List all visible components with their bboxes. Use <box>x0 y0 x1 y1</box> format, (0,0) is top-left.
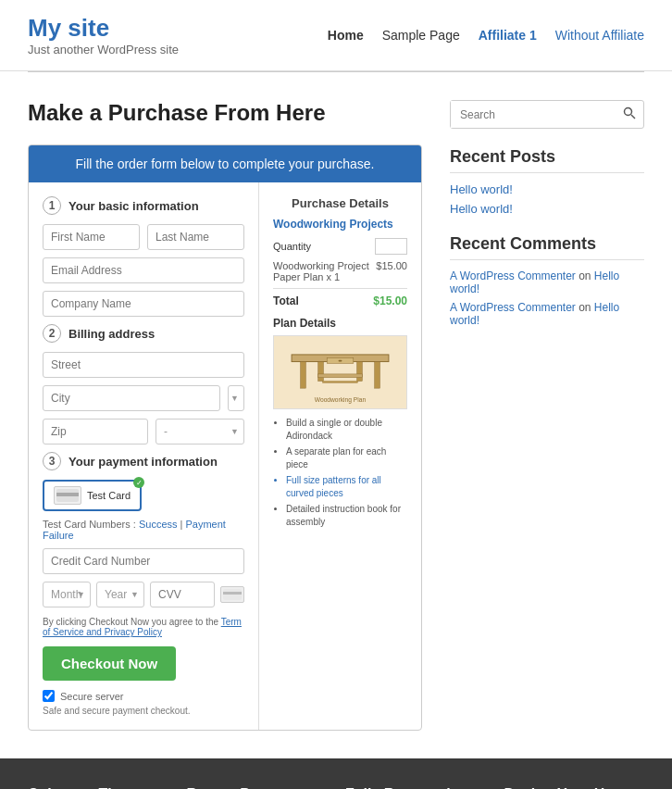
svg-point-15 <box>625 108 632 116</box>
svg-rect-9 <box>357 362 363 382</box>
svg-rect-6 <box>301 362 306 389</box>
zip-input[interactable] <box>43 419 148 445</box>
section1-header: 1 Your basic information <box>43 196 244 215</box>
plan-title: Plan Details <box>273 317 407 330</box>
recent-post-2[interactable]: Hello world! <box>450 202 644 216</box>
site-title: My site <box>28 14 179 43</box>
last-name-input[interactable] <box>147 224 244 250</box>
feature-2: A separate plan for each piece <box>286 445 407 471</box>
credit-card-input[interactable] <box>43 548 244 574</box>
recent-comments-section: Recent Comments A WordPress Commenter on… <box>450 234 644 327</box>
nav-without-affiliate[interactable]: Without Affiliate <box>555 28 644 43</box>
purchase-form-container: Fill the order form below to complete yo… <box>28 144 422 731</box>
city-country-row: Country <box>43 385 244 411</box>
svg-rect-7 <box>375 362 380 389</box>
name-row <box>43 224 244 250</box>
product-desc: Woodworking Project Paper Plan x 1 <box>273 260 376 282</box>
first-name-input[interactable] <box>43 224 140 250</box>
svg-rect-12 <box>339 360 342 362</box>
total-label: Total <box>273 294 299 307</box>
comment-2: A WordPress Commenter on Hello world! <box>450 301 644 327</box>
footer: Colorway Theme Footer is widgetized. To … <box>0 758 672 789</box>
footer-widgets: Colorway Theme Footer is widgetized. To … <box>0 758 672 789</box>
product-name: Woodworking Projects <box>273 218 407 231</box>
svg-text:Woodworking Plan: Woodworking Plan <box>315 397 367 405</box>
site-branding: My site Just another WordPress site <box>28 14 179 56</box>
recent-posts-section: Recent Posts Hello world! Hello world! <box>450 147 644 216</box>
product-price: $15.00 <box>376 260 407 282</box>
plan-image: Woodworking Plan <box>273 335 407 409</box>
section1-num: 1 <box>43 196 61 215</box>
country-select[interactable]: Country <box>228 385 244 411</box>
plan-features: Build a single or double Adirondack A se… <box>273 417 407 529</box>
search-button[interactable] <box>616 101 643 128</box>
quantity-row: Quantity 1 <box>273 238 407 255</box>
feature-4: Detailed instruction book for assembly <box>286 503 407 529</box>
form-right: Purchase Details Woodworking Projects Qu… <box>259 182 421 730</box>
site-tagline: Just another WordPress site <box>28 43 179 56</box>
section2-label: Billing address <box>68 327 155 341</box>
cvv-input[interactable] <box>150 582 215 607</box>
dash-wrapper: - <box>156 419 244 445</box>
city-input[interactable] <box>43 385 220 411</box>
month-select[interactable]: Month <box>43 582 91 607</box>
site-header: My site Just another WordPress site Home… <box>0 0 672 72</box>
recent-posts-title: Recent Posts <box>450 147 644 173</box>
form-body: 1 Your basic information 2 Billing addre… <box>29 182 421 730</box>
qty-label: Quantity <box>273 241 311 252</box>
test-card-widget[interactable]: Test Card ✓ <box>43 480 142 511</box>
content-area: Make a Purchase From Here Fill the order… <box>28 100 422 731</box>
nav-affiliate1[interactable]: Affiliate 1 <box>479 28 537 43</box>
dash-select[interactable]: - <box>156 419 244 445</box>
search-box <box>450 100 644 129</box>
secure-row: Secure server <box>43 690 244 702</box>
comment-author-2[interactable]: A WordPress Commenter <box>450 301 576 314</box>
test-card-links: Test Card Numbers : Success | Payment Fa… <box>43 519 244 541</box>
feature-1: Build a single or double Adirondack <box>286 417 407 443</box>
nav-sample-page[interactable]: Sample Page <box>382 28 460 43</box>
comment-author-1[interactable]: A WordPress Commenter <box>450 269 576 282</box>
recent-comments-title: Recent Comments <box>450 234 644 260</box>
year-select[interactable]: Year <box>96 582 144 607</box>
search-input[interactable] <box>451 101 616 128</box>
company-input[interactable] <box>43 291 244 317</box>
year-wrapper: Year <box>96 582 144 607</box>
section2-header: 2 Billing address <box>43 324 244 343</box>
success-link[interactable]: Success <box>139 519 178 530</box>
total-row: Total $15.00 <box>273 294 407 307</box>
test-card-label: Test Card <box>87 490 131 501</box>
feature-3: Full size patterns for all curved pieces <box>286 474 407 500</box>
form-left: 1 Your basic information 2 Billing addre… <box>29 182 259 730</box>
section2-num: 2 <box>43 324 61 343</box>
check-badge: ✓ <box>133 477 144 488</box>
page-title: Make a Purchase From Here <box>28 100 422 126</box>
section3-label: Your payment information <box>68 455 218 469</box>
cvv-row: Month Year <box>43 582 244 607</box>
recent-post-1[interactable]: Hello world! <box>450 182 644 196</box>
svg-line-16 <box>631 115 635 119</box>
terms-text: By clicking Checkout Now you agree to th… <box>43 617 244 637</box>
price-row: Woodworking Project Paper Plan x 1 $15.0… <box>273 260 407 289</box>
search-icon <box>623 106 636 119</box>
checkout-button[interactable]: Checkout Now <box>43 646 176 681</box>
section3-num: 3 <box>43 452 61 470</box>
section3-header: 3 Your payment information <box>43 452 244 470</box>
secure-label: Secure server <box>60 691 123 702</box>
zip-row: - <box>43 419 244 445</box>
section1-label: Your basic information <box>68 199 199 213</box>
card-icon <box>54 486 81 505</box>
secure-subtext: Safe and secure payment checkout. <box>43 706 244 716</box>
svg-rect-13 <box>322 382 357 383</box>
qty-input[interactable]: 1 <box>375 238 407 255</box>
main-nav: Home Sample Page Affiliate 1 Without Aff… <box>328 28 644 43</box>
form-header: Fill the order form below to complete yo… <box>29 145 421 182</box>
country-wrapper: Country <box>228 385 244 411</box>
nav-home[interactable]: Home <box>328 28 364 43</box>
purchase-title: Purchase Details <box>273 196 407 210</box>
main-content: Make a Purchase From Here Fill the order… <box>0 72 672 758</box>
secure-checkbox[interactable] <box>43 690 55 702</box>
comment-1: A WordPress Commenter on Hello world! <box>450 269 644 295</box>
svg-rect-3 <box>223 592 242 595</box>
email-input[interactable] <box>43 257 244 283</box>
street-input[interactable] <box>43 352 244 378</box>
